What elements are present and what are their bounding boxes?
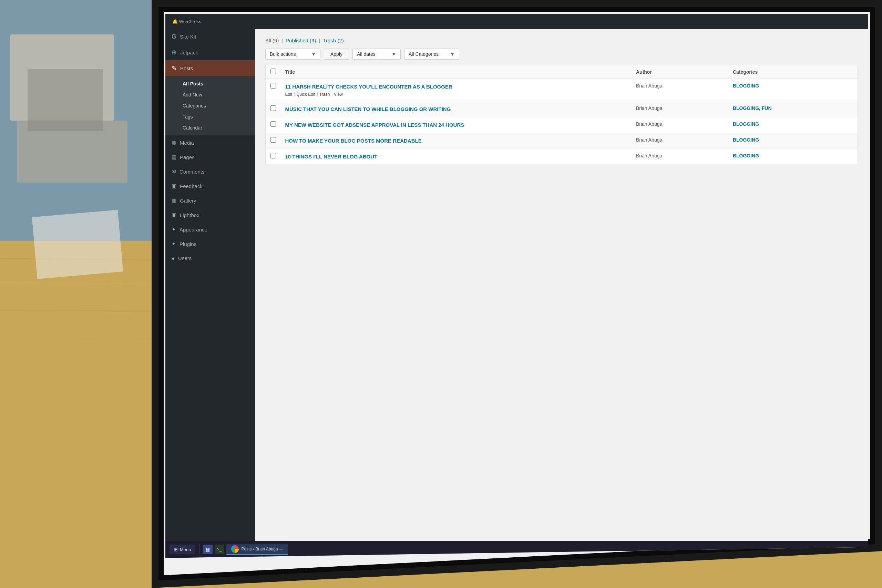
author-cell-2: Brian Abuga [632, 101, 729, 117]
all-dates-dropdown[interactable]: All dates ▼ [352, 49, 401, 60]
post-title-link-4[interactable]: HOW TO MAKE YOUR BLOG POSTS MORE READABL… [285, 137, 628, 144]
sidebar-item-site-kit[interactable]: G Site Kit [165, 29, 255, 44]
post-title-cell-1: 11 HARSH REALITY CHECKS YOU'LL ENCOUNTER… [281, 79, 632, 101]
checkbox-cell-1 [266, 79, 281, 101]
apply-button[interactable]: Apply [324, 49, 349, 60]
separator-1: | [282, 38, 283, 44]
categories-cell-5: BLOGGING [729, 149, 858, 165]
row-checkbox-4[interactable] [270, 137, 276, 142]
pages-icon: ▤ [172, 154, 176, 160]
appearance-icon: ✦ [172, 226, 176, 232]
post-title-link-2[interactable]: MUSIC THAT YOU CAN LISTEN TO WHILE BLOGG… [285, 105, 628, 112]
view-link-1[interactable]: View [334, 92, 343, 97]
sidebar-item-jetpack[interactable]: ⊕ Jetpack [165, 44, 255, 60]
row-checkbox-3[interactable] [270, 121, 276, 127]
chrome-icon [231, 545, 239, 553]
all-categories-arrow: ▼ [450, 51, 455, 57]
row-checkbox-5[interactable] [270, 153, 276, 159]
users-icon: ● [172, 255, 175, 261]
submenu-all-posts[interactable]: All Posts [165, 78, 255, 89]
categories-cell-2: BLOGGING, FUN [729, 101, 858, 117]
table-row: HOW TO MAKE YOUR BLOG POSTS MORE READABL… [266, 133, 858, 149]
lightbox-icon: ▣ [172, 212, 176, 218]
col-author: Author [632, 65, 729, 79]
checkbox-cell-2 [266, 101, 281, 117]
sidebar-item-users[interactable]: ● Users [165, 251, 255, 265]
submenu-add-new[interactable]: Add New [165, 89, 255, 100]
col-title: Title [281, 65, 632, 79]
all-dates-arrow: ▼ [392, 51, 396, 57]
checkbox-cell-5 [266, 149, 281, 165]
sidebar-label-jetpack: Jetpack [180, 50, 198, 56]
submenu-calendar[interactable]: Calendar [165, 122, 255, 133]
table-row: 10 THINGS I'LL NEVER BLOG ABOUT Brian Ab… [266, 149, 858, 165]
post-title-link-1[interactable]: 11 HARSH REALITY CHECKS YOU'LL ENCOUNTER… [285, 83, 628, 90]
site-kit-icon: G [172, 33, 176, 40]
sidebar-item-gallery[interactable]: ▦ Gallery [165, 193, 255, 208]
select-all-checkbox[interactable] [270, 69, 276, 74]
category-link-2[interactable]: BLOGGING, FUN [733, 105, 772, 111]
start-label: Menu [180, 547, 191, 552]
category-link-4[interactable]: BLOGGING [733, 137, 759, 142]
bulk-actions-label: Bulk actions [270, 51, 296, 57]
sidebar-item-media[interactable]: ▦ Media [165, 135, 255, 150]
taskbar-divider-1 [199, 544, 200, 555]
author-cell-5: Brian Abuga [632, 149, 729, 165]
author-cell-4: Brian Abuga [632, 133, 729, 149]
category-link-3[interactable]: BLOGGING [733, 121, 759, 127]
row-actions-1: Edit Quick Edit Trash View [285, 92, 628, 97]
quick-edit-link-1[interactable]: Quick Edit [296, 92, 318, 97]
row-checkbox-2[interactable] [270, 105, 276, 111]
submenu-tags[interactable]: Tags [165, 111, 255, 122]
sidebar-item-pages[interactable]: ▤ Pages [165, 150, 255, 164]
sidebar-label-site-kit: Site Kit [180, 34, 196, 40]
filter-trash[interactable]: Trash (2) [323, 38, 344, 44]
posts-table: Title Author Categories [265, 65, 858, 165]
filter-all[interactable]: All (9) [265, 38, 279, 44]
action-bar: Bulk actions ▼ Apply All dates ▼ All Cat… [265, 49, 858, 60]
start-button[interactable]: ⊞ Menu [170, 544, 195, 554]
feedback-icon: ▣ [172, 183, 176, 189]
row-checkbox-1[interactable] [270, 83, 276, 88]
svg-rect-8 [28, 69, 104, 131]
sidebar-item-posts[interactable]: ✎ Posts [165, 60, 255, 76]
gallery-icon: ▦ [172, 197, 176, 204]
post-title-cell-5: 10 THINGS I'LL NEVER BLOG ABOUT [281, 149, 632, 165]
sidebar-item-feedback[interactable]: ▣ Feedback [165, 179, 255, 193]
table-row: MUSIC THAT YOU CAN LISTEN TO WHILE BLOGG… [266, 101, 858, 117]
filter-bar: All (9) | Published (9) | Trash (2) [265, 38, 858, 44]
author-cell-3: Brian Abuga [632, 117, 729, 133]
bulk-actions-dropdown[interactable]: Bulk actions ▼ [265, 49, 320, 60]
category-link-5[interactable]: BLOGGING [733, 153, 759, 159]
posts-icon: ✎ [172, 64, 177, 72]
sidebar-item-lightbox[interactable]: ▣ Lightbox [165, 208, 255, 222]
taskbar-square-icon[interactable]: ▦ [203, 544, 213, 554]
post-title-cell-2: MUSIC THAT YOU CAN LISTEN TO WHILE BLOGG… [281, 101, 632, 117]
sidebar-item-appearance[interactable]: ✦ Appearance [165, 222, 255, 237]
bulk-actions-arrow: ▼ [311, 51, 316, 57]
category-link-1[interactable]: BLOGGING [733, 83, 759, 88]
all-categories-label: All Categories [409, 51, 439, 57]
edit-link-1[interactable]: Edit [285, 92, 295, 97]
separator-2: | [319, 38, 320, 44]
filter-published[interactable]: Published (9) [286, 38, 316, 44]
jetpack-icon: ⊕ [172, 49, 177, 56]
col-checkbox [266, 65, 281, 79]
categories-cell-1: BLOGGING [729, 79, 858, 101]
post-title-link-3[interactable]: MY NEW WEBSITE GOT ADSENSE APPROVAL IN L… [285, 121, 628, 129]
submenu-categories[interactable]: Categories [165, 100, 255, 111]
plugins-icon: ✦ [172, 241, 176, 247]
sidebar-item-comments[interactable]: ✉ Comments [165, 164, 255, 179]
taskbar-browser-item[interactable]: Posts ‹ Brian Abuga — [226, 544, 288, 555]
post-title-cell-3: MY NEW WEBSITE GOT ADSENSE APPROVAL IN L… [281, 117, 632, 133]
checkbox-cell-3 [266, 117, 281, 133]
table-row: 11 HARSH REALITY CHECKS YOU'LL ENCOUNTER… [266, 79, 858, 101]
checkbox-cell-4 [266, 133, 281, 149]
post-title-link-5[interactable]: 10 THINGS I'LL NEVER BLOG ABOUT [285, 153, 628, 160]
sidebar-item-plugins[interactable]: ✦ Plugins [165, 237, 255, 251]
post-title-cell-4: HOW TO MAKE YOUR BLOG POSTS MORE READABL… [281, 133, 632, 149]
taskbar-terminal-icon[interactable]: >_ [214, 544, 224, 554]
svg-rect-9 [32, 210, 123, 279]
trash-link-1[interactable]: Trash [320, 92, 332, 97]
all-categories-dropdown[interactable]: All Categories ▼ [404, 49, 459, 60]
